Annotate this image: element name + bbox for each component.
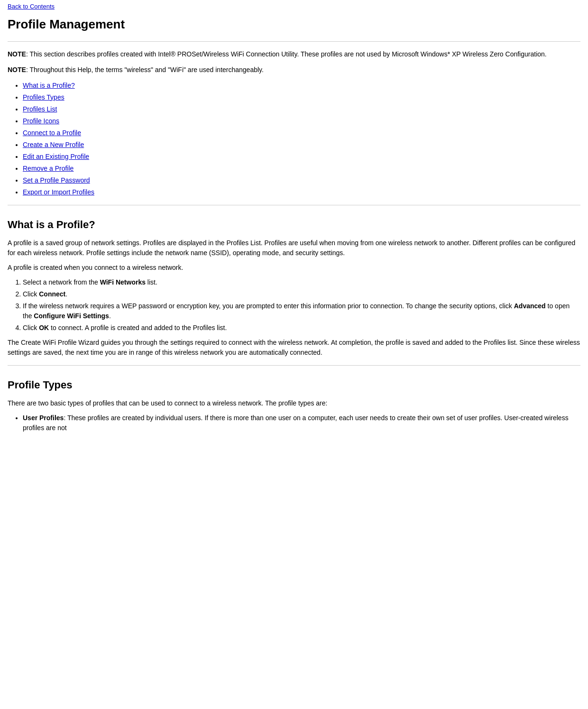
toc-link-profiles-list[interactable]: Profiles List — [23, 105, 57, 113]
list-item: Export or Import Profiles — [23, 187, 580, 197]
toc-link-connect-to-profile[interactable]: Connect to a Profile — [23, 129, 81, 137]
divider-3 — [8, 365, 580, 366]
list-item: Set a Profile Password — [23, 175, 580, 185]
section-title-what-is-a-profile: What is a Profile? — [8, 217, 580, 232]
list-item: Click OK to connect. A profile is create… — [23, 323, 580, 333]
toc-link-profile-icons[interactable]: Profile Icons — [23, 117, 59, 125]
connect-bold: Connect — [39, 290, 65, 298]
divider-2 — [8, 205, 580, 205]
toc-link-edit-existing-profile[interactable]: Edit an Existing Profile — [23, 153, 89, 160]
toc-link-export-import-profiles[interactable]: Export or Import Profiles — [23, 188, 94, 196]
advanced-bold: Advanced — [514, 302, 546, 310]
configure-wifi-settings-bold: Configure WiFi Settings — [34, 312, 109, 320]
back-to-contents-nav[interactable]: Back to Contents — [8, 2, 580, 11]
steps-list: Select a network from the WiFi Networks … — [23, 277, 580, 333]
toc-link-set-profile-password[interactable]: Set a Profile Password — [23, 176, 90, 184]
what-is-a-profile-para1: A profile is a saved group of network se… — [8, 238, 580, 258]
list-item: User Profiles: These profiles are create… — [23, 413, 580, 433]
list-item: What is a Profile? — [23, 81, 580, 91]
list-item: Remove a Profile — [23, 164, 580, 174]
list-item: Create a New Profile — [23, 140, 580, 150]
note-2-bold: NOTE — [8, 66, 26, 74]
list-item: Click Connect. — [23, 289, 580, 299]
page-title: Profile Management — [8, 15, 580, 34]
profile-types-list: User Profiles: These profiles are create… — [23, 413, 580, 433]
toc-link-create-new-profile[interactable]: Create a New Profile — [23, 141, 84, 148]
note-2-rest: : Throughout this Help, the terms "wirel… — [26, 66, 264, 74]
list-item: Profiles List — [23, 104, 580, 114]
toc-link-profiles-types[interactable]: Profiles Types — [23, 93, 64, 101]
list-item: If the wireless network requires a WEP p… — [23, 301, 580, 321]
list-item: Profile Icons — [23, 116, 580, 126]
wifi-networks-bold: WiFi Networks — [100, 278, 146, 286]
back-to-contents-link[interactable]: Back to Contents — [8, 3, 55, 10]
section-title-profile-types: Profile Types — [8, 377, 580, 393]
toc-link-remove-a-profile[interactable]: Remove a Profile — [23, 165, 74, 172]
note-2: NOTE: Throughout this Help, the terms "w… — [8, 65, 580, 75]
note-1: NOTE: This section describes profiles cr… — [8, 49, 580, 59]
ok-bold: OK — [39, 324, 49, 331]
note-1-rest: : This section describes profiles create… — [26, 50, 547, 58]
list-item: Edit an Existing Profile — [23, 152, 580, 162]
toc-list: What is a Profile? Profiles Types Profil… — [23, 81, 580, 197]
what-is-a-profile-para2: A profile is created when you connect to… — [8, 263, 580, 273]
what-is-a-profile-para3: The Create WiFi Profile Wizard guides yo… — [8, 338, 580, 358]
user-profiles-bold: User Profiles — [23, 414, 64, 422]
profile-types-para1: There are two basic types of profiles th… — [8, 398, 580, 408]
note-1-bold: NOTE — [8, 50, 26, 58]
divider-1 — [8, 41, 580, 42]
list-item: Connect to a Profile — [23, 128, 580, 138]
list-item: Select a network from the WiFi Networks … — [23, 277, 580, 287]
list-item: Profiles Types — [23, 92, 580, 102]
toc-link-what-is-a-profile[interactable]: What is a Profile? — [23, 82, 75, 89]
